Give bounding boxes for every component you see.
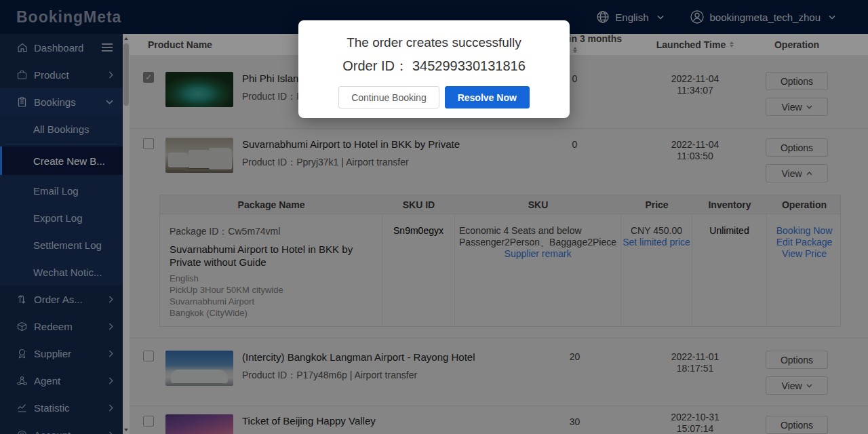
order-success-modal: The order creates successfully Order ID：… bbox=[298, 20, 570, 118]
modal-title: The order creates successfully bbox=[298, 35, 570, 50]
resolve-now-button[interactable]: Resolve Now bbox=[445, 86, 530, 108]
order-id-line: Order ID：345299330131816 bbox=[298, 57, 570, 75]
continue-booking-button[interactable]: Continue Booking bbox=[338, 86, 439, 108]
order-id-label: Order ID： bbox=[342, 58, 408, 73]
order-id-value: 345299330131816 bbox=[412, 58, 526, 73]
app-window: BookingMeta English bbox=[0, 0, 868, 434]
